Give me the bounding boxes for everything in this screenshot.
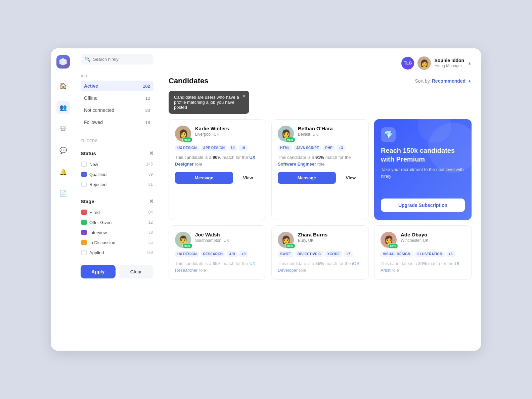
stage-hired-label: Hired xyxy=(89,210,100,215)
sort-chevron-icon[interactable]: ▲ xyxy=(468,79,472,83)
status-new-item[interactable]: New 345 xyxy=(81,160,153,169)
tag: UX DESIGN xyxy=(175,145,199,151)
view-button-bethan[interactable]: View xyxy=(339,172,362,184)
stage-hired-checkbox[interactable]: ✓ xyxy=(81,210,87,215)
tag: +6 xyxy=(446,251,455,257)
status-qualified-label: Qualified xyxy=(89,172,106,177)
avatar-wrapper-joe: 👨 95% xyxy=(175,232,191,248)
sort-label: Sort by xyxy=(415,78,430,84)
match-text-zhara: This candidate is a 85% match for the iO… xyxy=(278,260,362,273)
checkmark-icon: ✓ xyxy=(83,173,85,176)
stage-discussion-item[interactable]: ✓ In Discussion 55 xyxy=(81,238,153,247)
candidates-header: Candidates Sort by Recommended ▲ xyxy=(169,77,472,85)
tag: ILLUSTRATION xyxy=(414,251,445,257)
sort-bar: Sort by Recommended ▲ xyxy=(415,78,472,84)
avatar-wrapper-ade: 👩 84% xyxy=(381,232,397,248)
nav-notifications-icon[interactable]: 🔔 xyxy=(56,165,70,179)
status-qualified-item[interactable]: ✓ Qualified 39 xyxy=(81,170,153,179)
status-rejected-checkbox[interactable] xyxy=(81,182,87,187)
candidate-location-bethan: Belfast, UK xyxy=(298,132,333,137)
stage-interview-checkbox[interactable]: ✓ xyxy=(81,230,87,235)
status-rejected-item[interactable]: Rejected 81 xyxy=(81,180,153,189)
user-name: Sophie Iddon xyxy=(434,57,464,63)
candidate-location-zhara: Bury, UK xyxy=(298,238,327,243)
status-new-label: New xyxy=(89,162,98,167)
stage-offer-label: Offer Given xyxy=(89,220,112,225)
status-new-checkbox[interactable] xyxy=(81,162,87,167)
diamond-icon: 💎 xyxy=(384,130,393,139)
tag: PHP xyxy=(323,145,335,151)
filter-followed-label: Followed xyxy=(84,120,103,125)
page-title: Candidates xyxy=(169,77,209,85)
stage-offer-checkbox[interactable]: ✓ xyxy=(81,220,87,225)
filter-offline[interactable]: Offline 12 xyxy=(81,93,153,103)
stage-close-icon[interactable]: ✕ xyxy=(149,198,153,205)
nav-docs-icon[interactable]: 📄 xyxy=(56,187,70,200)
tags-joe: UX DESIGN RESEARCH A/B +9 xyxy=(175,251,260,257)
view-button-karlie[interactable]: View xyxy=(236,172,260,184)
message-button-bethan[interactable]: Message xyxy=(278,172,336,184)
stage-offer-item[interactable]: ✓ Offer Given 12 xyxy=(81,218,153,227)
tags-bethan: HTML JAVA SCRIPT PHP +3 xyxy=(278,145,362,151)
user-info: Sophie Iddon Hiring Manager xyxy=(434,57,464,69)
status-rejected-count: 81 xyxy=(148,182,153,187)
status-close-icon[interactable]: ✕ xyxy=(149,150,153,157)
tag: JAVA SCRIPT xyxy=(294,145,321,151)
match-text-karlie: This candidate is a 96% match for the UX… xyxy=(175,154,260,167)
stage-interview-count: 38 xyxy=(148,230,153,235)
filter-offline-count: 12 xyxy=(145,96,150,101)
app-logo[interactable] xyxy=(56,55,70,69)
filter-followed-count: 18 xyxy=(145,120,150,125)
sidebar-nav: 🏠 👥 🖼 💬 🔔 📄 xyxy=(51,48,75,351)
nav-candidates-icon[interactable]: 👥 xyxy=(56,101,70,114)
avatar-tl: TLG xyxy=(401,57,414,70)
user-menu-chevron-icon[interactable]: ▲ xyxy=(468,61,472,65)
filter-active[interactable]: Active 102 xyxy=(81,81,153,91)
status-qualified-checkbox[interactable]: ✓ xyxy=(81,172,87,177)
filter-not-connected[interactable]: Not connected 33 xyxy=(81,105,153,116)
tag: UX DESIGN xyxy=(175,251,199,257)
stage-discussion-label: In Discussion xyxy=(89,240,115,245)
search-bar[interactable]: 🔍 xyxy=(81,54,153,64)
filter-followed[interactable]: Followed 18 xyxy=(81,117,153,128)
candidate-card-zhara: 👩 85% Zhara Burns Bury, UK SWIFT OBJECTI… xyxy=(271,225,369,280)
upgrade-button[interactable]: Upgrade Subscription xyxy=(381,198,465,212)
tooltip-close-icon[interactable]: ✕ xyxy=(242,93,246,99)
filter-active-label: Active xyxy=(84,83,98,89)
stage-hired-count: 04 xyxy=(148,210,153,215)
nav-home-icon[interactable]: 🏠 xyxy=(56,79,70,93)
stage-applied-item[interactable]: Applied 739 xyxy=(81,248,153,257)
clear-button[interactable]: Clear xyxy=(119,265,154,278)
stage-interview-item[interactable]: ✓ Interview 38 xyxy=(81,228,153,237)
candidate-card-bethan: 👩 91% Bethan O'Hara Belfast, UK HTML JAV… xyxy=(271,119,369,220)
candidate-location-karlie: Liverpool, UK xyxy=(195,132,229,137)
match-text-ade: This candidate is a 84% match for the UI… xyxy=(381,260,465,273)
nav-gallery-icon[interactable]: 🖼 xyxy=(56,122,70,136)
header-right: TLG 👩 Sophie Iddon Hiring Manager ▲ xyxy=(401,56,472,70)
user-role: Hiring Manager xyxy=(434,63,464,69)
user-avatar: 👩 xyxy=(417,56,431,70)
score-badge-zhara: 85% xyxy=(285,243,295,249)
stage-applied-label: Applied xyxy=(89,250,104,255)
stage-header: Stage ✕ xyxy=(81,198,153,205)
score-badge-karlie: 96% xyxy=(182,137,192,142)
stage-discussion-checkbox[interactable]: ✓ xyxy=(81,240,87,245)
nav-messages-icon[interactable]: 💬 xyxy=(56,144,70,157)
message-button-karlie[interactable]: Message xyxy=(175,172,233,184)
stage-applied-checkbox[interactable] xyxy=(81,250,87,255)
score-badge-joe: 95% xyxy=(182,243,192,249)
stage-hired-item[interactable]: ✓ Hired 04 xyxy=(81,208,153,217)
tag: VISUAL DESIGN xyxy=(381,251,413,257)
tags-zhara: SWIFT OBJECTIVE C XCODE +7 xyxy=(278,251,362,257)
search-input[interactable] xyxy=(93,57,149,62)
card-actions-karlie: Message View xyxy=(175,172,260,184)
checkmark-icon: ✓ xyxy=(83,221,85,224)
tags-ade: VISUAL DESIGN ILLUSTRATION +6 xyxy=(381,251,465,257)
candidate-name-zhara: Zhara Burns xyxy=(298,232,327,237)
avatar-wrapper-karlie: 👩 96% xyxy=(175,126,191,142)
stage-label: Stage xyxy=(81,198,94,204)
apply-button[interactable]: Apply xyxy=(81,265,116,278)
tag: APP DESIGN xyxy=(201,145,227,151)
logo-shape xyxy=(59,58,67,65)
candidate-card-karlie: 👩 96% Karlie Winters Liverpool, UK UX DE… xyxy=(169,119,266,220)
